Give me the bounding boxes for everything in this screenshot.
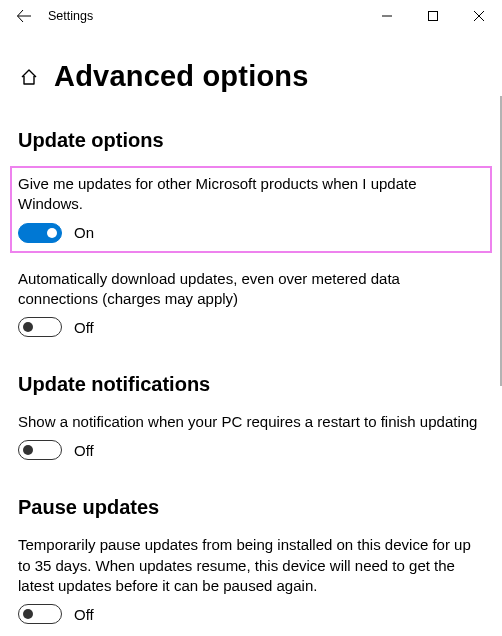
setting-row: Off (18, 317, 484, 337)
titlebar: Settings (0, 0, 502, 32)
toggle-state-label: Off (74, 606, 94, 623)
page-title: Advanced options (54, 60, 309, 93)
content-area: Advanced options Update options Give me … (0, 32, 502, 636)
toggle-pause[interactable] (18, 604, 62, 624)
section-heading-update-notifications: Update notifications (18, 373, 484, 396)
window-controls (364, 0, 502, 32)
page-header: Advanced options (18, 60, 484, 93)
toggle-state-label: Off (74, 442, 94, 459)
setting-desc-pause: Temporarily pause updates from being ins… (18, 535, 484, 596)
maximize-button[interactable] (410, 0, 456, 32)
home-icon[interactable] (18, 66, 40, 88)
minimize-button[interactable] (364, 0, 410, 32)
toggle-metered[interactable] (18, 317, 62, 337)
setting-row: Off (18, 440, 484, 460)
window-title: Settings (44, 9, 93, 23)
toggle-state-label: Off (74, 319, 94, 336)
highlighted-setting: Give me updates for other Microsoft prod… (10, 166, 492, 253)
setting-row: On (18, 223, 484, 243)
close-icon (474, 11, 484, 21)
back-button[interactable] (4, 0, 44, 32)
svg-rect-0 (429, 12, 438, 21)
minimize-icon (382, 11, 392, 21)
setting-desc-metered: Automatically download updates, even ove… (18, 269, 484, 310)
setting-desc-notifications: Show a notification when your PC require… (18, 412, 484, 432)
arrow-left-icon (16, 8, 32, 24)
section-heading-update-options: Update options (18, 129, 484, 152)
section-heading-pause-updates: Pause updates (18, 496, 484, 519)
toggle-notifications[interactable] (18, 440, 62, 460)
toggle-other-products[interactable] (18, 223, 62, 243)
toggle-state-label: On (74, 224, 94, 241)
close-button[interactable] (456, 0, 502, 32)
maximize-icon (428, 11, 438, 21)
setting-desc-other-products: Give me updates for other Microsoft prod… (18, 174, 484, 215)
setting-row: Off (18, 604, 484, 624)
